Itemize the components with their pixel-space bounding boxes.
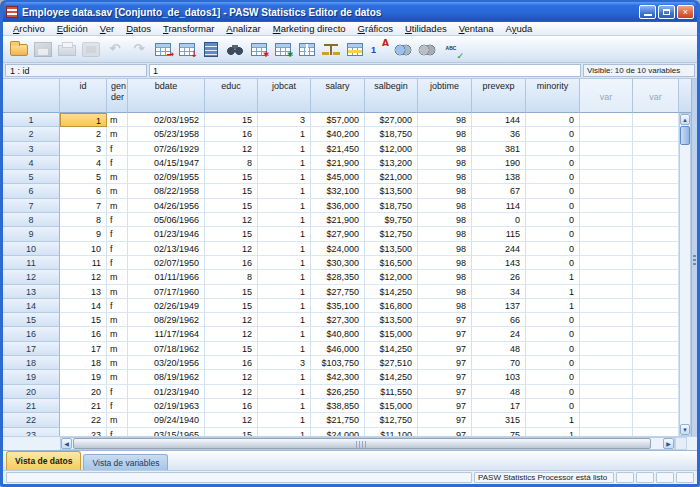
maximize-button[interactable] bbox=[658, 5, 675, 19]
menu-analizar[interactable]: Analizar bbox=[220, 22, 266, 35]
data-cell[interactable]: 12 bbox=[60, 270, 107, 284]
data-cell[interactable]: 0 bbox=[526, 227, 580, 241]
data-cell[interactable]: 12 bbox=[205, 413, 258, 427]
pane-splitter-vertical[interactable] bbox=[691, 79, 697, 436]
data-cell[interactable]: 1 bbox=[258, 342, 311, 356]
select-cases-icon[interactable] bbox=[343, 38, 367, 60]
column-header-salbegin[interactable]: salbegin bbox=[365, 79, 418, 113]
data-cell[interactable]: 98 bbox=[418, 227, 472, 241]
use-variable-sets-icon[interactable] bbox=[391, 38, 415, 60]
data-cell[interactable]: m bbox=[107, 342, 128, 356]
data-cell[interactable]: 15 bbox=[205, 342, 258, 356]
data-cell[interactable]: 0 bbox=[526, 170, 580, 184]
data-cell[interactable]: f bbox=[107, 227, 128, 241]
menu-ver[interactable]: Ver bbox=[94, 22, 120, 35]
data-cell[interactable]: 1 bbox=[258, 313, 311, 327]
data-cell[interactable]: 97 bbox=[418, 385, 472, 399]
data-cell[interactable]: $38,850 bbox=[311, 399, 365, 413]
data-cell[interactable]: 12 bbox=[205, 327, 258, 341]
row-header-19[interactable]: 19 bbox=[3, 370, 60, 384]
data-cell[interactable]: 12 bbox=[205, 385, 258, 399]
data-cell[interactable]: 1 bbox=[526, 285, 580, 299]
data-cell[interactable]: $40,800 bbox=[311, 327, 365, 341]
data-cell[interactable]: 3 bbox=[258, 113, 311, 127]
data-cell[interactable]: 36 bbox=[472, 127, 526, 141]
data-cell[interactable]: $30,300 bbox=[311, 256, 365, 270]
data-cell[interactable]: $27,900 bbox=[311, 227, 365, 241]
row-header-15[interactable]: 15 bbox=[3, 313, 60, 327]
data-cell[interactable]: $21,900 bbox=[311, 156, 365, 170]
data-cell[interactable]: 16 bbox=[205, 356, 258, 370]
data-cell[interactable]: 04/15/1947 bbox=[128, 156, 205, 170]
data-cell[interactable]: 08/19/1962 bbox=[128, 370, 205, 384]
data-cell[interactable]: m bbox=[107, 184, 128, 198]
row-header-11[interactable]: 11 bbox=[3, 256, 60, 270]
data-cell[interactable]: 1 bbox=[258, 184, 311, 198]
data-cell[interactable]: 98 bbox=[418, 199, 472, 213]
data-cell[interactable]: 98 bbox=[418, 170, 472, 184]
data-cell[interactable]: $18,750 bbox=[365, 127, 418, 141]
data-cell[interactable]: 14 bbox=[60, 299, 107, 313]
row-header-14[interactable]: 14 bbox=[3, 299, 60, 313]
data-cell[interactable]: 1 bbox=[258, 199, 311, 213]
grid-corner-cell[interactable] bbox=[3, 79, 60, 113]
horizontal-scrollbar[interactable]: ◀ ▶ bbox=[60, 437, 675, 450]
data-cell[interactable] bbox=[580, 313, 633, 327]
data-cell[interactable] bbox=[633, 127, 679, 141]
data-cell[interactable]: 381 bbox=[472, 142, 526, 156]
data-cell[interactable]: 02/26/1949 bbox=[128, 299, 205, 313]
data-cell[interactable]: 137 bbox=[472, 299, 526, 313]
data-cell[interactable]: 15 bbox=[205, 184, 258, 198]
data-cell[interactable] bbox=[580, 327, 633, 341]
data-cell[interactable]: m bbox=[107, 170, 128, 184]
data-cell[interactable]: f bbox=[107, 428, 128, 436]
data-cell[interactable]: 75 bbox=[472, 428, 526, 436]
data-cell[interactable]: $16,800 bbox=[365, 299, 418, 313]
data-cell[interactable]: 0 bbox=[526, 256, 580, 270]
data-cell[interactable]: 12 bbox=[205, 242, 258, 256]
data-cell[interactable]: 0 bbox=[526, 213, 580, 227]
data-cell[interactable]: $15,000 bbox=[365, 399, 418, 413]
data-cell[interactable]: f bbox=[107, 399, 128, 413]
data-cell[interactable]: $24,000 bbox=[311, 428, 365, 436]
data-cell[interactable]: $45,000 bbox=[311, 170, 365, 184]
data-cell[interactable]: 23 bbox=[60, 428, 107, 436]
row-header-12[interactable]: 12 bbox=[3, 270, 60, 284]
menu-utilidades[interactable]: Utilidades bbox=[399, 22, 453, 35]
data-cell[interactable]: f bbox=[107, 156, 128, 170]
data-cell[interactable] bbox=[580, 170, 633, 184]
data-cell[interactable]: 15 bbox=[205, 428, 258, 436]
row-header-8[interactable]: 8 bbox=[3, 213, 60, 227]
data-cell[interactable]: 07/18/1962 bbox=[128, 342, 205, 356]
row-header-16[interactable]: 16 bbox=[3, 327, 60, 341]
data-cell[interactable]: 66 bbox=[472, 313, 526, 327]
data-cell[interactable]: $12,000 bbox=[365, 142, 418, 156]
data-cell[interactable]: m bbox=[107, 199, 128, 213]
data-cell[interactable]: 0 bbox=[526, 142, 580, 156]
data-cell[interactable]: $15,000 bbox=[365, 327, 418, 341]
data-cell[interactable]: 97 bbox=[418, 342, 472, 356]
data-cell[interactable]: f bbox=[107, 213, 128, 227]
data-cell[interactable]: $42,300 bbox=[311, 370, 365, 384]
scroll-up-button[interactable]: ▲ bbox=[680, 114, 690, 125]
data-cell[interactable]: 1 bbox=[258, 127, 311, 141]
data-cell[interactable] bbox=[580, 270, 633, 284]
data-cell[interactable] bbox=[580, 342, 633, 356]
data-cell[interactable]: 144 bbox=[472, 113, 526, 127]
menu-transformar[interactable]: Transformar bbox=[157, 22, 220, 35]
data-cell[interactable] bbox=[580, 428, 633, 436]
data-cell[interactable]: m bbox=[107, 270, 128, 284]
data-cell[interactable]: 0 bbox=[526, 113, 580, 127]
scroll-left-button[interactable]: ◀ bbox=[61, 438, 72, 449]
data-cell[interactable]: m bbox=[107, 356, 128, 370]
data-cell[interactable]: 15 bbox=[205, 199, 258, 213]
data-cell[interactable]: 0 bbox=[526, 184, 580, 198]
data-cell[interactable]: $24,000 bbox=[311, 242, 365, 256]
data-cell[interactable]: 08/29/1962 bbox=[128, 313, 205, 327]
data-cell[interactable]: 0 bbox=[526, 242, 580, 256]
data-cell[interactable] bbox=[580, 413, 633, 427]
data-cell[interactable]: 17 bbox=[472, 399, 526, 413]
data-cell[interactable] bbox=[633, 184, 679, 198]
data-cell[interactable]: 97 bbox=[418, 413, 472, 427]
split-file-icon[interactable] bbox=[295, 38, 319, 60]
